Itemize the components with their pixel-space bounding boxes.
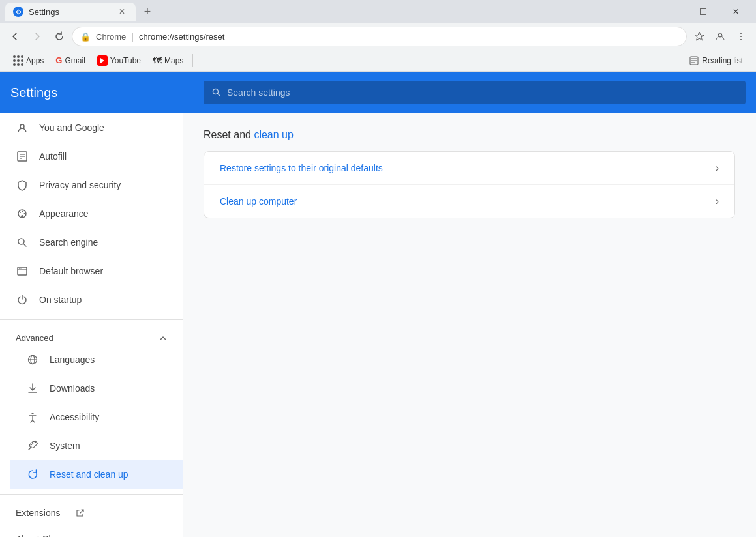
sidebar-item-extensions[interactable]: Extensions [0,500,183,526]
svg-line-32 [29,447,31,450]
refresh-button[interactable] [50,27,69,46]
svg-point-19 [22,211,23,212]
sidebar-item-reset-clean[interactable]: Reset and clean up [10,460,183,489]
shield-icon [16,179,29,192]
settings-header: Settings [0,72,756,113]
title-highlight: clean up [254,129,294,140]
search-engine-icon [16,236,29,249]
sidebar-label-autofill: Autofill [39,151,67,162]
bookmark-maps[interactable]: 🗺 Maps [147,53,189,68]
svg-point-26 [20,268,21,268]
settings-body: You and Google Autofill Privacy and secu… [0,113,756,537]
title-plain: Reset and [204,129,254,140]
bookmarks-bar: Apps G Gmail YouTube 🗺 Maps Reading list [0,50,756,72]
tab-close-button[interactable]: ✕ [116,6,128,18]
sidebar-label-on-startup: On startup [39,295,82,305]
url-text: chrome://settings/reset [139,32,225,42]
reading-list-icon [689,55,699,66]
sidebar-item-search-engine[interactable]: Search engine [0,228,183,257]
power-icon [16,293,29,306]
clean-up-computer-label: Clean up computer [220,196,297,207]
sidebar-item-about-chrome[interactable]: About Chrome [0,526,183,537]
active-tab[interactable]: ⚙ Settings ✕ [5,3,136,21]
advanced-collapse-icon [159,334,167,342]
back-button[interactable] [5,27,25,46]
forward-button[interactable] [27,27,47,46]
sidebar-label-downloads: Downloads [50,383,95,394]
address-bar[interactable]: 🔒 Chrome | chrome://settings/reset [72,27,687,46]
minimize-button[interactable] [656,1,686,22]
restore-defaults-row[interactable]: Restore settings to their original defau… [204,152,734,185]
svg-line-22 [23,244,26,246]
external-link-icon [76,508,85,517]
sidebar-label-languages: Languages [50,355,95,365]
svg-point-25 [19,268,20,268]
gmail-label: Gmail [65,56,85,65]
advanced-subsection: Languages Downloads Accessibility [0,345,183,489]
svg-point-4 [740,36,742,37]
browser-icon [16,265,29,278]
wrench-icon [26,439,39,452]
sidebar-item-downloads[interactable]: Downloads [10,374,183,403]
sidebar-item-you-and-google[interactable]: You and Google [0,113,183,142]
restore-defaults-label: Restore settings to their original defau… [220,163,383,173]
sidebar-item-accessibility[interactable]: Accessibility [10,403,183,431]
chrome-label: Chrome [96,32,126,42]
browser-content: Settings You and Google [0,72,756,537]
apps-icon [13,55,23,66]
sidebar-item-languages[interactable]: Languages [10,345,183,374]
advanced-section-header[interactable]: Advanced [0,325,183,345]
svg-point-31 [32,413,34,414]
advanced-label: Advanced [16,333,53,343]
autofill-icon [16,150,29,163]
sidebar-item-default-browser[interactable]: Default browser [0,257,183,285]
svg-point-12 [20,124,24,128]
svg-point-20 [24,213,25,214]
youtube-label: YouTube [110,56,141,65]
search-icon [211,87,222,98]
clean-up-computer-row[interactable]: Clean up computer › [204,185,734,218]
sidebar-label-privacy-security: Privacy and security [39,180,121,190]
settings-title: Settings [10,85,193,100]
youtube-icon [97,55,108,66]
sidebar-divider-1 [0,319,183,320]
palette-icon [16,207,29,220]
sidebar-item-autofill[interactable]: Autofill [0,142,183,171]
reading-list-label: Reading list [702,56,743,65]
sidebar-item-system[interactable]: System [10,431,183,460]
nav-bar: 🔒 Chrome | chrome://settings/reset [0,23,756,50]
sidebar-item-appearance[interactable]: Appearance [0,199,183,228]
bookmark-youtube[interactable]: YouTube [92,53,146,68]
bookmark-gmail[interactable]: G Gmail [50,53,90,68]
close-button[interactable]: ✕ [721,1,751,22]
bookmark-apps[interactable]: Apps [8,53,49,68]
sidebar-label-search-engine: Search engine [39,237,98,248]
maximize-button[interactable] [688,1,718,22]
settings-card: Restore settings to their original defau… [204,151,735,218]
settings-main: Reset and clean up Restore settings to t… [183,113,756,537]
reading-list-button[interactable]: Reading list [684,53,748,68]
svg-rect-1 [701,9,706,15]
url-separator: | [131,31,134,42]
reset-icon [26,468,39,481]
page-title: Reset and clean up [204,129,735,141]
sidebar-item-privacy-security[interactable]: Privacy and security [0,171,183,199]
sidebar-label-appearance: Appearance [39,209,89,219]
new-tab-button[interactable]: + [138,3,157,21]
restore-defaults-arrow: › [716,162,719,174]
extensions-label: Extensions [16,508,60,518]
profile-button[interactable] [710,27,730,46]
search-bar[interactable] [204,81,746,104]
maps-label: Maps [164,56,183,65]
menu-button[interactable] [731,27,751,46]
globe-icon [26,353,39,366]
bookmarks-divider [192,54,193,67]
clean-up-computer-arrow: › [716,196,719,207]
accessibility-icon [26,411,39,424]
gmail-icon: G [55,55,62,65]
bookmark-star-button[interactable] [689,27,709,46]
sidebar-item-on-startup[interactable]: On startup [0,285,183,314]
search-input[interactable] [227,87,738,98]
sidebar-label-you-and-google: You and Google [39,123,104,133]
svg-line-11 [218,94,220,96]
